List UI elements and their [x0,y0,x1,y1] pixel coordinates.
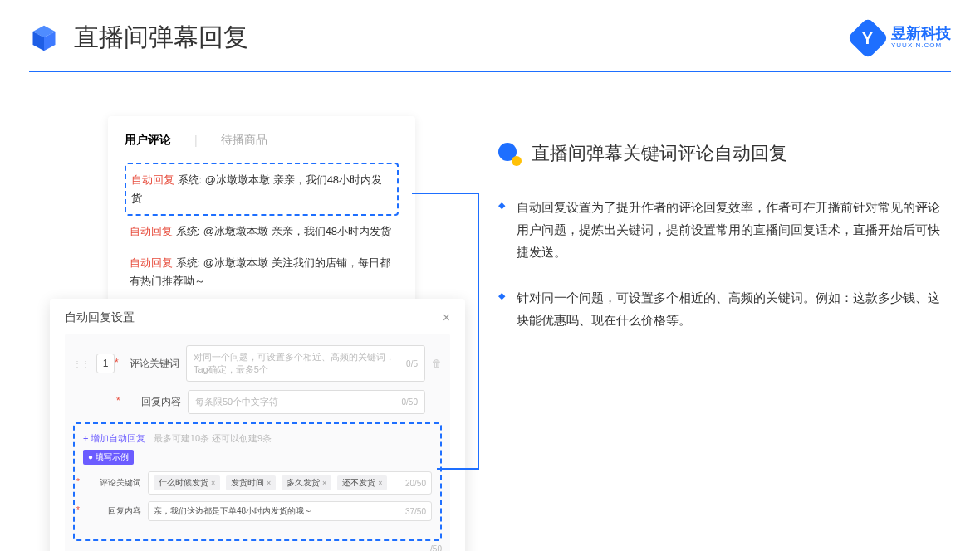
brand-logo: Y 昱新科技 YUUXIN.COM [853,23,951,53]
section-title: 直播间弹幕关键词评论自动回复 [532,141,787,166]
tag-remove-icon[interactable]: × [322,479,326,487]
example-badge: ● 填写示例 [83,450,134,465]
tag-remove-icon[interactable]: × [211,479,215,487]
auto-reply-tag: 自动回复 [130,225,173,237]
ex-kw-counter: 20/50 [405,479,426,488]
comment-row: 自动回复 系统: @冰墩墩本墩 关注我们的店铺，每日都有热门推荐呦～ [125,247,399,297]
keyword-placeholder: 对同一个问题，可设置多个相近、高频的关键词，Tag确定，最多5个 [194,351,401,376]
comment-row: 自动回复 系统: @冰墩墩本墩 亲亲，我们48小时内发货 [125,216,399,247]
content-input[interactable]: 每条限50个中文字符 0/50 [188,390,425,414]
tag-chip[interactable]: 发货时间× [226,475,276,490]
brand-name: 昱新科技 [891,26,951,42]
settings-title: 自动回复设置 [65,310,135,325]
auto-reply-tag: 自动回复 [131,173,174,186]
ex-keyword-label: 评论关键词 [83,477,141,489]
page-header: 直播间弹幕回复 Y 昱新科技 YUUXIN.COM [29,21,951,55]
bullet-icon [498,143,520,164]
drag-handle-icon[interactable]: ⋮⋮ [73,359,90,368]
ex-content-label: 回复内容 [83,505,141,517]
tag-chip[interactable]: 还不发货× [337,475,387,490]
ex-content-input[interactable]: 亲，我们这边都是下单48小时内发货的哦～ 37/50 [148,501,432,521]
tag-remove-icon[interactable]: × [378,479,382,487]
settings-card: 自动回复设置 × ⋮⋮ 1 评论关键词 对同一个问题，可设置多个相近、高频的关键… [50,299,465,551]
feature-item: 自动回复设置为了提升作者的评论回复效率，作者可在开播前针对常见的评论用户问题，提… [498,196,947,263]
ex-content-value: 亲，我们这边都是下单48小时内发货的哦～ [154,505,312,517]
ex-content-counter: 37/50 [405,507,426,516]
keyword-counter: 0/5 [406,359,418,368]
auto-reply-tag: 自动回复 [130,256,173,269]
left-panel: 用户评论 | 待播商品 自动回复 系统: @冰墩墩本墩 亲亲，我们48小时内发货… [50,116,465,330]
keyword-input[interactable]: 对同一个问题，可设置多个相近、高频的关键词，Tag确定，最多5个 0/5 [186,345,425,382]
ex-keyword-input[interactable]: 什么时候发货× 发货时间× 多久发货× 还不发货× 20/50 [148,471,432,495]
close-icon[interactable]: × [443,310,450,325]
brand-icon: Y [847,17,889,59]
tab-pending-goods[interactable]: 待播商品 [221,133,267,148]
right-panel: 直播间弹幕关键词评论自动回复 自动回复设置为了提升作者的评论回复效率，作者可在开… [498,141,947,354]
page-title: 直播间弹幕回复 [74,21,248,55]
tabs-row: 用户评论 | 待播商品 [125,133,399,148]
tag-chip[interactable]: 多久发货× [282,475,331,490]
add-hint: 最多可建10条 还可以创建9条 [154,433,272,443]
delete-icon[interactable]: 🗑 [432,358,442,369]
content-counter: 0/50 [402,397,418,407]
header-divider [29,71,951,72]
add-auto-reply-link[interactable]: + 增加自动回复 [83,433,145,443]
header-left: 直播间弹幕回复 [29,21,248,55]
outer-counter: /50 [73,544,442,551]
keyword-label: 评论关键词 [121,357,179,371]
content-placeholder: 每条限50个中文字符 [195,396,278,408]
tag-chip[interactable]: 什么时候发货× [154,475,220,490]
content-label: 回复内容 [123,395,181,409]
comment-text: 系统: @冰墩墩本墩 亲亲，我们48小时内发货 [173,225,391,237]
example-box: + 增加自动回复 最多可建10条 还可以创建9条 ● 填写示例 评论关键词 什么… [73,422,442,541]
feature-item: 针对同一个问题，可设置多个相近的、高频的关键词。例如：这款多少钱、这块能优惠吗、… [498,286,947,331]
index-box: 1 [96,354,115,373]
cube-icon [29,23,59,53]
comment-row-highlighted: 自动回复 系统: @冰墩墩本墩 亲亲，我们48小时内发货 [125,163,399,216]
brand-url: YUUXIN.COM [891,42,951,50]
tab-divider: | [194,134,198,147]
section-head: 直播间弹幕关键词评论自动回复 [498,141,947,166]
tag-remove-icon[interactable]: × [267,479,271,487]
tab-user-comments[interactable]: 用户评论 [125,133,171,148]
feature-list: 自动回复设置为了提升作者的评论回复效率，作者可在开播前针对常见的评论用户问题，提… [498,196,947,331]
